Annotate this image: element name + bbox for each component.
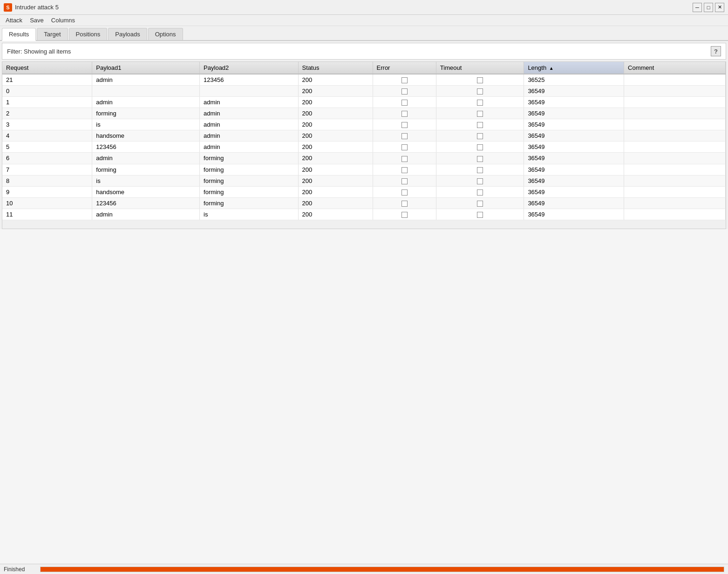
cell-status: 200	[298, 97, 373, 108]
col-error[interactable]: Error	[373, 62, 436, 74]
checkbox[interactable]	[401, 201, 408, 207]
cell-error[interactable]	[373, 164, 436, 175]
checkbox[interactable]	[477, 189, 483, 196]
checkbox[interactable]	[401, 100, 408, 106]
cell-timeout[interactable]	[436, 209, 524, 220]
checkbox[interactable]	[401, 178, 408, 184]
checkbox[interactable]	[401, 189, 408, 196]
checkbox[interactable]	[401, 212, 408, 218]
cell-error[interactable]	[373, 186, 436, 197]
checkbox[interactable]	[401, 88, 408, 95]
minimize-button[interactable]: ─	[693, 3, 702, 12]
cell-error[interactable]	[373, 142, 436, 153]
checkbox[interactable]	[477, 122, 483, 128]
checkbox[interactable]	[477, 156, 483, 162]
checkbox[interactable]	[401, 144, 408, 150]
cell-request: 3	[2, 119, 92, 130]
table-scroll[interactable]: Request Payload1 Payload2 Status Error T…	[2, 62, 726, 229]
col-request[interactable]: Request	[2, 62, 92, 74]
table-row[interactable]: 3isadmin20036549	[2, 119, 726, 130]
checkbox[interactable]	[477, 167, 483, 173]
cell-timeout[interactable]	[436, 86, 524, 97]
table-row[interactable]: 4handsomeadmin20036549	[2, 130, 726, 142]
checkbox[interactable]	[477, 111, 483, 117]
cell-timeout[interactable]	[436, 153, 524, 164]
table-row[interactable]: 2formingadmin20036549	[2, 108, 726, 119]
tab-payloads[interactable]: Payloads	[108, 28, 147, 40]
cell-timeout[interactable]	[436, 108, 524, 119]
cell-request: 0	[2, 86, 92, 97]
col-status[interactable]: Status	[298, 62, 373, 74]
cell-timeout[interactable]	[436, 142, 524, 153]
col-payload1[interactable]: Payload1	[92, 62, 200, 74]
table-row[interactable]: 10123456forming20036549	[2, 197, 726, 209]
cell-timeout[interactable]	[436, 197, 524, 209]
table-row[interactable]: 020036549	[2, 86, 726, 97]
cell-timeout[interactable]	[436, 175, 524, 186]
checkbox[interactable]	[401, 111, 408, 117]
cell-request: 10	[2, 197, 92, 209]
checkbox[interactable]	[401, 77, 408, 83]
checkbox[interactable]	[477, 178, 483, 184]
col-timeout[interactable]: Timeout	[436, 62, 524, 74]
checkbox[interactable]	[401, 167, 408, 173]
cell-request: 21	[2, 74, 92, 86]
cell-error[interactable]	[373, 130, 436, 142]
col-comment[interactable]: Comment	[624, 62, 726, 74]
cell-error[interactable]	[373, 209, 436, 220]
checkbox[interactable]	[477, 144, 483, 150]
tab-results[interactable]: Results	[2, 28, 36, 41]
cell-timeout[interactable]	[436, 74, 524, 86]
close-button[interactable]: ✕	[715, 3, 724, 12]
table-row[interactable]: 7formingforming20036549	[2, 164, 726, 175]
cell-length: 36549	[524, 197, 624, 209]
cell-timeout[interactable]	[436, 130, 524, 142]
checkbox[interactable]	[477, 212, 483, 218]
table-row[interactable]: 6adminforming20036549	[2, 153, 726, 164]
checkbox[interactable]	[401, 133, 408, 139]
checkbox[interactable]	[401, 156, 408, 162]
checkbox[interactable]	[477, 88, 483, 95]
menu-columns[interactable]: Columns	[48, 16, 79, 25]
table-row[interactable]: 8isforming20036549	[2, 175, 726, 186]
maximize-button[interactable]: □	[704, 3, 713, 12]
tab-target[interactable]: Target	[37, 28, 68, 40]
checkbox[interactable]	[477, 201, 483, 207]
cell-error[interactable]	[373, 97, 436, 108]
cell-error[interactable]	[373, 86, 436, 97]
cell-length: 36549	[524, 130, 624, 142]
cell-error[interactable]	[373, 153, 436, 164]
cell-comment	[624, 209, 726, 220]
cell-error[interactable]	[373, 119, 436, 130]
cell-timeout[interactable]	[436, 186, 524, 197]
cell-request: 9	[2, 186, 92, 197]
help-button[interactable]: ?	[711, 46, 721, 56]
table-row[interactable]: 1adminadmin20036549	[2, 97, 726, 108]
checkbox[interactable]	[477, 100, 483, 106]
menu-save[interactable]: Save	[26, 16, 48, 25]
table-row[interactable]: 9handsomeforming20036549	[2, 186, 726, 197]
checkbox[interactable]	[477, 133, 483, 139]
checkbox[interactable]	[477, 77, 483, 83]
cell-payload2	[200, 86, 299, 97]
table-row[interactable]: 11adminis20036549	[2, 209, 726, 220]
cell-error[interactable]	[373, 175, 436, 186]
cell-comment	[624, 74, 726, 86]
col-payload2[interactable]: Payload2	[200, 62, 299, 74]
cell-error[interactable]	[373, 74, 436, 86]
menu-attack[interactable]: Attack	[2, 16, 26, 25]
cell-comment	[624, 153, 726, 164]
table-row[interactable]: 21admin12345620036525	[2, 74, 726, 86]
tab-positions[interactable]: Positions	[69, 28, 108, 40]
cell-timeout[interactable]	[436, 164, 524, 175]
cell-timeout[interactable]	[436, 119, 524, 130]
checkbox[interactable]	[401, 122, 408, 128]
cell-payload2: forming	[200, 153, 299, 164]
cell-error[interactable]	[373, 108, 436, 119]
cell-timeout[interactable]	[436, 97, 524, 108]
cell-length: 36549	[524, 175, 624, 186]
table-row[interactable]: 5123456admin20036549	[2, 142, 726, 153]
cell-error[interactable]	[373, 197, 436, 209]
tab-options[interactable]: Options	[148, 28, 183, 40]
col-length[interactable]: Length ▲	[524, 62, 624, 74]
